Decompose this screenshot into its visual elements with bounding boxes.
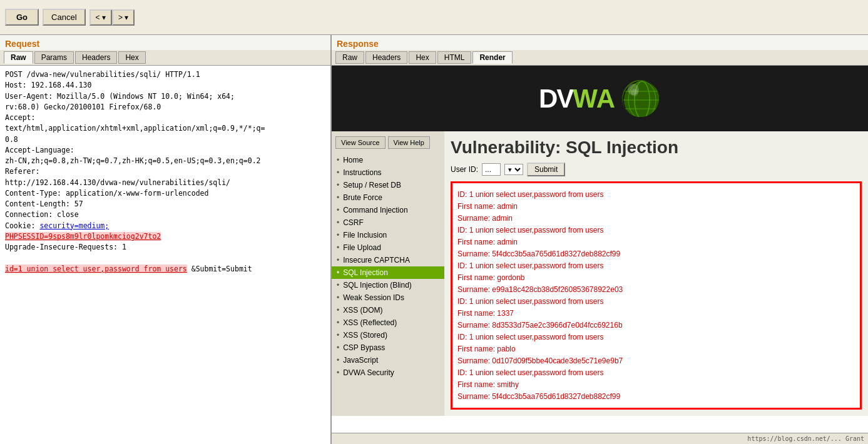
dvwa-sidebar: View Source View Help Home Instructions … (332, 131, 444, 416)
sidebar-item-csp-bypass[interactable]: CSP Bypass (332, 341, 444, 354)
view-help-button[interactable]: View Help (388, 136, 430, 149)
sidebar-item-weak-session-ids[interactable]: Weak Session IDs (332, 291, 444, 304)
sidebar-item-xss-reflected[interactable]: XSS (Reflected) (332, 316, 444, 329)
result-line-17: Surname: 5f4dcc3b5aa765d61d8327deb882cf9… (457, 391, 855, 402)
cookie-value: security=medium; (39, 221, 109, 230)
session-id: PHPSESSID=9sps8m9lr0lpomkmciog2v7to2 (5, 232, 161, 241)
result-line-10: First name: 1337 (457, 308, 855, 319)
view-source-button[interactable]: View Source (335, 136, 385, 149)
vulnerability-title: Vulnerability: SQL Injection (451, 138, 862, 158)
request-body[interactable]: POST /dvwa-new/vulnerabilities/sqli/ HTT… (0, 66, 330, 444)
request-panel: Request Raw Params Headers Hex POST /dvw… (0, 35, 332, 444)
request-body-wrap: POST /dvwa-new/vulnerabilities/sqli/ HTT… (0, 66, 330, 444)
sidebar-item-xss-dom[interactable]: XSS (DOM) (332, 304, 444, 316)
result-line-5: Surname: 5f4dcc3b5aa765d61d8327deb882cf9… (457, 248, 855, 260)
tab-headers[interactable]: Headers (75, 51, 117, 64)
result-line-8: Surname: e99a18c428cb38d5f260853678922e0… (457, 284, 855, 295)
sidebar-item-file-upload[interactable]: File Upload (332, 241, 444, 254)
dvwa-render: DV WA (332, 66, 868, 433)
result-line-12: ID: 1 union select user,password from us… (457, 331, 855, 343)
result-line-11: Surname: 8d3533d75ae2c3966d7e0d4fcc69216… (457, 320, 855, 331)
sidebar-item-javascript[interactable]: JavaScript (332, 354, 444, 366)
tab-raw[interactable]: Raw (4, 51, 33, 64)
sidebar-item-csrf[interactable]: CSRF (332, 216, 444, 229)
user-id-form: User ID: ▾ Submit (451, 163, 862, 176)
tab-params[interactable]: Params (34, 51, 74, 64)
tab-hex[interactable]: Hex (118, 51, 145, 64)
request-title: Request (0, 35, 330, 50)
dvwa-logo-wa: WA (573, 84, 615, 114)
dvwa-logo-dv: DV (539, 84, 573, 114)
sidebar-item-file-inclusion[interactable]: File Inclusion (332, 229, 444, 241)
result-line-14: Surname: 0d107d09f5bbe40cade3de5c71e9e9b… (457, 355, 855, 366)
sidebar-item-command-injection[interactable]: Command Injection (332, 204, 444, 216)
sidebar-item-sql-injection-blind[interactable]: SQL Injection (Blind) (332, 279, 444, 291)
user-id-label: User ID: (451, 165, 478, 174)
result-line-0: ID: 1 union select user,password from us… (457, 189, 855, 200)
request-tab-bar: Raw Params Headers Hex (0, 50, 330, 66)
result-line-13: First name: pablo (457, 343, 855, 355)
payload: id=1 union select user,password from use… (5, 265, 187, 273)
cancel-button[interactable]: Cancel (43, 9, 85, 26)
dvwa-header: DV WA (332, 66, 868, 131)
nav-group: < ▾ > ▾ (89, 9, 135, 26)
user-id-dropdown[interactable]: ▾ (504, 164, 523, 175)
dvwa-globe-icon (620, 78, 661, 119)
result-line-9: ID: 1 union select user,password from us… (457, 296, 855, 307)
response-tab-bar: Raw Headers Hex HTML Render (332, 50, 868, 66)
tab-response-render[interactable]: Render (472, 51, 512, 64)
result-line-15: ID: 1 union select user,password from us… (457, 367, 855, 378)
go-button[interactable]: Go (5, 9, 39, 26)
forward-button[interactable]: > ▾ (112, 9, 135, 26)
toolbar: Go Cancel < ▾ > ▾ (0, 0, 868, 35)
sidebar-item-brute-force[interactable]: Brute Force (332, 191, 444, 204)
dvwa-body: View Source View Help Home Instructions … (332, 131, 868, 416)
svg-point-6 (631, 89, 638, 96)
result-line-3: ID: 1 union select user,password from us… (457, 225, 855, 236)
sidebar-item-xss-stored[interactable]: XSS (Stored) (332, 329, 444, 341)
result-line-4: First name: admin (457, 236, 855, 248)
sidebar-item-dvwa-security[interactable]: DVWA Security (332, 366, 444, 379)
tab-response-html[interactable]: HTML (437, 51, 472, 64)
sidebar-nav: Home Instructions Setup / Reset DB Brute… (332, 151, 444, 381)
sidebar-button-group: View Source View Help (332, 134, 444, 151)
back-button[interactable]: < ▾ (89, 9, 112, 26)
sidebar-item-setup[interactable]: Setup / Reset DB (332, 179, 444, 191)
user-id-input[interactable] (482, 163, 501, 176)
result-line-6: ID: 1 union select user,password from us… (457, 260, 855, 271)
response-panel: Response Raw Headers Hex HTML Render DV … (332, 35, 868, 444)
sidebar-item-sql-injection[interactable]: SQL Injection (332, 266, 444, 279)
result-box: ID: 1 union select user,password from us… (451, 181, 862, 410)
result-line-1: First name: admin (457, 201, 855, 212)
bottom-bar: https://blog.csdn.net/... Grant (332, 433, 868, 444)
dvwa-logo: DV WA (539, 78, 661, 119)
result-line-2: Surname: admin (457, 213, 855, 224)
result-line-16: First name: smithy (457, 379, 855, 390)
tab-response-hex[interactable]: Hex (409, 51, 436, 64)
tab-response-headers[interactable]: Headers (365, 51, 407, 64)
url-display: https://blog.csdn.net/... Grant (747, 435, 864, 442)
dvwa-main: Vulnerability: SQL Injection User ID: ▾ … (444, 131, 868, 416)
response-title: Response (332, 35, 868, 50)
tab-response-raw[interactable]: Raw (335, 51, 364, 64)
sidebar-item-instructions[interactable]: Instructions (332, 166, 444, 179)
sidebar-item-home[interactable]: Home (332, 154, 444, 166)
result-line-7: First name: gordonb (457, 272, 855, 283)
main-content: Request Raw Params Headers Hex POST /dvw… (0, 35, 868, 444)
submit-button[interactable]: Submit (527, 163, 565, 176)
sidebar-item-insecure-captcha[interactable]: Insecure CAPTCHA (332, 254, 444, 266)
